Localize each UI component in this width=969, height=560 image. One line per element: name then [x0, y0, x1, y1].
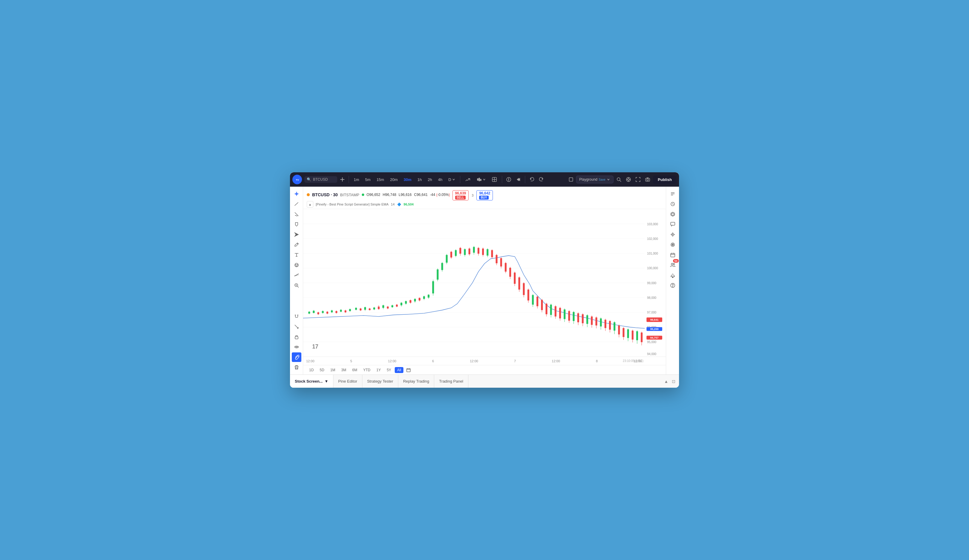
timeframe-5m[interactable]: 5m [363, 176, 373, 183]
chart-container: BTCUSD · 30 BITSTAMP O96,652 H96,748 L96… [303, 187, 666, 374]
camera-button[interactable] [643, 175, 652, 184]
brush-tool[interactable] [292, 209, 301, 219]
svg-point-15 [295, 264, 296, 265]
rectangle-tool[interactable] [567, 176, 575, 183]
redo-button[interactable] [537, 175, 546, 184]
svg-rect-131 [536, 297, 538, 306]
tab-trading-panel[interactable]: Trading Panel [434, 375, 468, 388]
svg-rect-109 [486, 249, 488, 256]
tf-ytd[interactable]: YTD [361, 367, 373, 373]
link-tool[interactable] [292, 352, 301, 362]
chart-body[interactable]: 103,000 102,000 101,000 100,000 99,000 9… [303, 209, 666, 357]
trash-tool[interactable] [292, 362, 301, 372]
svg-rect-115 [500, 258, 502, 266]
chart-title-row: BTCUSD · 30 BITSTAMP O96,652 H96,748 L96… [307, 189, 662, 200]
svg-point-10 [628, 179, 629, 180]
calendar-icon[interactable] [668, 250, 678, 260]
crosshair-settings-icon[interactable] [668, 230, 678, 239]
timeframe-20m[interactable]: 20m [388, 176, 400, 183]
calendar-range-button[interactable] [405, 366, 412, 374]
timeframe-15m[interactable]: 15m [374, 176, 386, 183]
tf-6m[interactable]: 6M [350, 367, 360, 373]
svg-rect-123 [518, 277, 520, 289]
emoji-tool[interactable] [292, 260, 301, 270]
timeframe-1h[interactable]: 1h [415, 176, 424, 183]
layers-icon[interactable] [668, 209, 678, 219]
layout-button[interactable] [489, 176, 499, 183]
tf-1m[interactable]: 1M [328, 367, 338, 373]
pencil-tool[interactable] [292, 240, 301, 249]
alert-button[interactable] [504, 175, 513, 184]
collapse-panel-button[interactable]: ▲ [663, 378, 669, 385]
add-symbol-button[interactable] [338, 176, 346, 183]
svg-rect-107 [482, 249, 484, 255]
undo-button[interactable] [528, 175, 536, 184]
measure-tool[interactable] [292, 271, 301, 280]
logo[interactable]: TV [292, 175, 302, 184]
tab-replay-trading[interactable]: Replay Trading [398, 375, 434, 388]
buy-price-box: 96,642 BUY [476, 190, 493, 200]
zoom-tool[interactable] [292, 281, 301, 290]
indicator-value: 96,504 [404, 203, 414, 206]
svg-rect-33 [313, 311, 315, 313]
target-icon[interactable] [668, 240, 678, 249]
timeframe-2h[interactable]: 2h [425, 176, 434, 183]
svg-rect-157 [596, 317, 597, 326]
publish-button[interactable]: Publish [653, 176, 677, 184]
tab-stock-screen[interactable]: Stock Screen... ▼ [290, 375, 333, 388]
question-icon[interactable] [668, 281, 678, 290]
tab-pine-editor[interactable]: Pine Editor [333, 375, 362, 388]
target-button[interactable] [624, 175, 633, 184]
chat-icon[interactable] [668, 219, 678, 229]
timeframe-30m[interactable]: 30m [401, 176, 414, 183]
crosshair-tool[interactable] [292, 189, 301, 199]
svg-rect-97 [460, 248, 461, 254]
paint-tool[interactable] [292, 322, 301, 331]
tf-5d[interactable]: 5D [317, 367, 326, 373]
expand-panel-button[interactable]: ⊡ [671, 378, 677, 385]
collapse-indicator-button[interactable]: ▲ [307, 201, 313, 208]
chart-exchange: BITSTAMP [340, 193, 360, 197]
timeframe-4h[interactable]: 4h [436, 176, 445, 183]
annotation-tool[interactable] [292, 219, 301, 229]
magnet-tool[interactable] [292, 312, 301, 321]
ohlc-data: O96,652 H96,748 L96,616 C96,641 -44 (-0.… [366, 193, 450, 197]
search-tool-button[interactable] [615, 175, 623, 184]
arrow-tool[interactable] [292, 230, 301, 239]
svg-rect-129 [532, 295, 534, 304]
tf-all[interactable]: All [395, 367, 403, 373]
timeframe-D[interactable]: D [446, 176, 457, 183]
tf-1y[interactable]: 1Y [374, 367, 383, 373]
timeframe-1m[interactable]: 1m [351, 176, 361, 183]
people-icon[interactable]: 54 [668, 260, 678, 270]
live-indicator [362, 194, 364, 196]
chart-compare-button[interactable] [463, 176, 473, 183]
search-box[interactable]: 🔍 BTCUSD [304, 176, 337, 183]
watchlist-icon[interactable] [668, 189, 678, 199]
svg-rect-18 [295, 337, 298, 339]
text-tool[interactable] [292, 250, 301, 260]
history-icon[interactable] [668, 199, 678, 209]
lock-tool[interactable] [292, 332, 301, 342]
svg-rect-137 [550, 304, 552, 315]
tf-1d[interactable]: 1D [307, 367, 316, 373]
svg-rect-41 [331, 311, 333, 312]
svg-point-16 [297, 264, 298, 265]
playground-save-button[interactable]: Playground Save [576, 176, 614, 183]
tf-3m[interactable]: 3M [339, 367, 349, 373]
current-time: 23:10:05 (UTC) [623, 359, 643, 362]
svg-rect-57 [369, 308, 370, 310]
svg-rect-51 [355, 308, 357, 310]
chart-type-button[interactable] [474, 176, 488, 183]
tf-5y[interactable]: 5Y [384, 367, 393, 373]
svg-rect-117 [505, 263, 507, 272]
replay-button[interactable] [514, 175, 523, 184]
svg-rect-2 [477, 179, 478, 180]
svg-rect-47 [345, 311, 346, 312]
tab-strategy-tester[interactable]: Strategy Tester [362, 375, 398, 388]
svg-rect-161 [604, 320, 606, 328]
line-tool[interactable] [292, 199, 301, 209]
bell-icon[interactable] [668, 271, 678, 280]
fullscreen-button[interactable] [634, 175, 642, 184]
eye-tool[interactable] [292, 342, 301, 352]
